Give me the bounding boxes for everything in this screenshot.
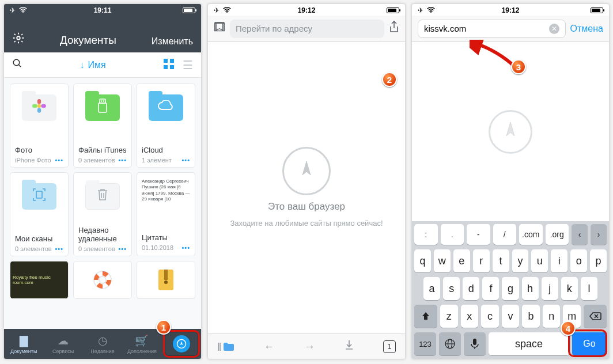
edit-button[interactable]: Изменить bbox=[152, 36, 193, 47]
thumb-music[interactable]: Royalty free music room.com bbox=[10, 261, 69, 299]
svg-rect-23 bbox=[164, 270, 168, 280]
key-x[interactable]: x bbox=[461, 305, 479, 328]
thumb-lifebuoy[interactable] bbox=[73, 261, 132, 299]
more-icon[interactable]: ••• bbox=[118, 245, 127, 252]
key-k[interactable]: k bbox=[561, 277, 578, 300]
tile-icloud[interactable]: iCloud 1 элемент••• bbox=[137, 84, 195, 168]
tile-itunes[interactable]: Файлы iTunes 0 элементов••• bbox=[73, 84, 132, 168]
key-slash[interactable]: / bbox=[493, 224, 517, 245]
tabs-button[interactable]: 1 bbox=[383, 340, 396, 353]
phone-2-browser-empty: ✈ 19:12 Перейти по адресу Это ваш браузе… bbox=[207, 3, 406, 359]
svg-rect-4 bbox=[164, 59, 168, 63]
address-field[interactable]: Перейти по адресу bbox=[230, 20, 384, 38]
thumb-zip[interactable] bbox=[137, 261, 195, 299]
key-h[interactable]: h bbox=[522, 277, 539, 300]
svg-marker-32 bbox=[506, 122, 514, 136]
key-mic[interactable] bbox=[464, 332, 486, 355]
more-icon[interactable]: ••• bbox=[181, 244, 190, 251]
key-d[interactable]: d bbox=[463, 277, 479, 300]
key-dot[interactable]: . bbox=[441, 224, 464, 245]
key-next[interactable]: › bbox=[591, 224, 607, 245]
key-n[interactable]: n bbox=[543, 305, 561, 328]
compass-icon bbox=[282, 147, 331, 195]
key-o[interactable]: o bbox=[570, 249, 587, 272]
more-icon[interactable]: ••• bbox=[118, 157, 127, 164]
cancel-button[interactable]: Отмена bbox=[570, 24, 603, 34]
key-dotcom[interactable]: .com bbox=[519, 224, 543, 245]
share-icon[interactable] bbox=[389, 21, 399, 36]
phone-1-documents: ✈ 19:11 Документы Изменить ↓ Имя ☰ bbox=[3, 3, 202, 359]
key-z[interactable]: z bbox=[440, 305, 458, 328]
browser-empty-state: Это ваш браузер Заходите на любимые сайт… bbox=[208, 42, 405, 333]
key-y[interactable]: y bbox=[512, 249, 529, 272]
key-u[interactable]: u bbox=[531, 249, 548, 272]
usb-icon bbox=[96, 98, 109, 117]
tab-addons[interactable]: 🛒Дополнения bbox=[122, 329, 161, 359]
key-e[interactable]: e bbox=[453, 249, 470, 272]
tile-sub: 0 элементов bbox=[78, 245, 115, 252]
more-icon[interactable]: ••• bbox=[181, 157, 190, 164]
key-a[interactable]: a bbox=[423, 277, 440, 300]
tile-photos[interactable]: Фото iPhone Фото••• bbox=[10, 84, 69, 168]
tab-label: Сервисы bbox=[52, 348, 74, 354]
key-prev[interactable]: ‹ bbox=[572, 224, 588, 245]
key-colon[interactable]: : bbox=[414, 224, 438, 245]
clear-icon[interactable]: ✕ bbox=[549, 24, 559, 34]
key-i[interactable]: i bbox=[551, 249, 567, 272]
key-w[interactable]: w bbox=[434, 249, 451, 272]
status-time: 19:12 bbox=[502, 6, 520, 14]
key-globe[interactable] bbox=[439, 332, 461, 355]
back-icon[interactable]: ← bbox=[264, 340, 275, 353]
status-time: 19:11 bbox=[94, 6, 112, 14]
key-dotorg[interactable]: .org bbox=[546, 224, 569, 245]
key-b[interactable]: b bbox=[522, 305, 540, 328]
forward-icon[interactable]: → bbox=[304, 340, 315, 353]
more-icon[interactable]: ••• bbox=[55, 245, 63, 252]
svg-marker-28 bbox=[302, 161, 311, 175]
svg-point-1 bbox=[17, 36, 20, 40]
key-123[interactable]: 123 bbox=[414, 332, 436, 355]
tile-scans[interactable]: Мои сканы 0 элементов••• bbox=[10, 172, 69, 256]
key-r[interactable]: r bbox=[473, 249, 490, 272]
highlight-box-1 bbox=[163, 330, 200, 358]
sidebar-folder[interactable] bbox=[217, 342, 234, 352]
more-icon[interactable]: ••• bbox=[55, 157, 63, 164]
tile-name: Файлы iTunes bbox=[78, 146, 127, 154]
callout-badge-2: 2 bbox=[382, 72, 397, 87]
list-view-icon[interactable]: ☰ bbox=[183, 58, 193, 72]
key-j[interactable]: j bbox=[542, 277, 558, 300]
tab-documents[interactable]: ▇Документы bbox=[4, 329, 43, 359]
key-g[interactable]: g bbox=[502, 277, 519, 300]
gear-icon[interactable] bbox=[12, 32, 25, 47]
address-placeholder: Перейти по адресу bbox=[236, 24, 312, 33]
key-l[interactable]: l bbox=[581, 277, 597, 300]
key-t[interactable]: t bbox=[493, 249, 509, 272]
address-input[interactable]: kissvk.com ✕ bbox=[418, 20, 566, 38]
tabs-count-label: 1 bbox=[388, 343, 392, 351]
grid-view-icon[interactable] bbox=[163, 58, 175, 72]
key-backspace[interactable] bbox=[584, 305, 607, 328]
tab-recent[interactable]: ◷Недавние bbox=[83, 329, 122, 359]
key-f[interactable]: f bbox=[482, 277, 499, 300]
tile-trash[interactable]: Недавно удаленные 0 элементов••• bbox=[73, 172, 132, 256]
key-p[interactable]: p bbox=[590, 249, 607, 272]
key-space[interactable]: space bbox=[489, 332, 569, 355]
key-c[interactable]: c bbox=[481, 305, 499, 328]
tile-quotes[interactable]: Александр Сергеевич Пушкин (26 мая [6 ию… bbox=[137, 172, 195, 256]
key-q[interactable]: q bbox=[414, 249, 431, 272]
status-bar: ✈ 19:12 bbox=[208, 4, 405, 16]
svg-point-9 bbox=[37, 99, 41, 104]
tab-label: Дополнения bbox=[127, 348, 157, 354]
download-icon[interactable] bbox=[345, 340, 354, 353]
key-dash[interactable]: - bbox=[467, 224, 490, 245]
svg-rect-5 bbox=[170, 59, 174, 63]
search-icon[interactable] bbox=[12, 58, 22, 71]
tab-services[interactable]: ☁Сервисы bbox=[43, 329, 82, 359]
key-s[interactable]: s bbox=[443, 277, 460, 300]
browser-toolbar: ← → 1 bbox=[208, 333, 405, 359]
sort-button[interactable]: ↓ Имя bbox=[80, 60, 105, 70]
key-v[interactable]: v bbox=[502, 305, 520, 328]
bookmarks-icon[interactable] bbox=[214, 21, 225, 36]
documents-grid[interactable]: Фото iPhone Фото••• Файлы iTunes 0 элеме… bbox=[4, 78, 201, 329]
key-shift[interactable] bbox=[414, 305, 437, 328]
